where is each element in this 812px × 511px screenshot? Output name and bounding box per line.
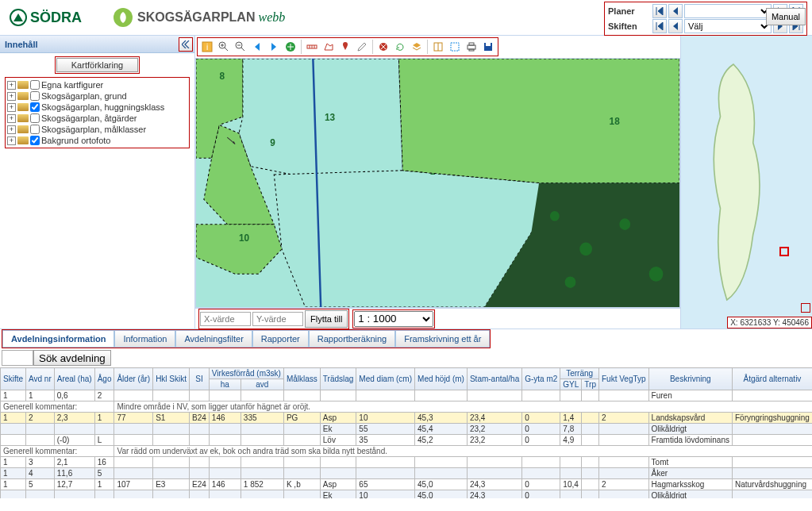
col-virke[interactable]: Virkesförråd (m3sk) — [209, 368, 283, 379]
collapse-left-button[interactable] — [179, 37, 193, 52]
col-skifte[interactable]: Skifte — [1, 368, 26, 390]
planer-first-button[interactable] — [652, 4, 667, 18]
scale-select[interactable]: 1 : 1000 — [354, 311, 433, 327]
ruler-button[interactable] — [304, 39, 320, 55]
skiften-select[interactable]: Välj — [684, 19, 772, 33]
area-button[interactable] — [321, 39, 337, 55]
cell-hkl — [153, 390, 190, 402]
col-stam[interactable]: Stam-antal/ha — [467, 368, 521, 390]
table-row[interactable]: Ek5545,423,207,8Olikåldrigt — [1, 424, 813, 435]
brand-app-text: SKOGSÄGARPLAN — [137, 10, 255, 25]
table-row[interactable]: (-0)LLöv3545,223,204,9Framtida lövdomina… — [1, 435, 813, 446]
search-button[interactable]: Sök avdelning — [33, 350, 111, 366]
full-extent-button[interactable] — [283, 39, 298, 55]
col-gyl[interactable]: GYL — [560, 379, 582, 390]
col-terrang[interactable]: Terräng — [560, 368, 599, 379]
cell-ago — [94, 490, 114, 499]
pencil-button[interactable] — [354, 39, 370, 55]
table-row[interactable]: 1512,71107E3E241461 852K ,bAsp6545,024,3… — [1, 479, 813, 490]
expand-icon[interactable]: + — [7, 81, 16, 90]
zoom-out-button[interactable] — [233, 39, 248, 55]
map-canvas[interactable]: 8 13 9 14 10 18 — [195, 58, 680, 308]
layer-item[interactable]: +Egna kartfigurer — [7, 79, 187, 90]
info-button[interactable]: i — [199, 39, 215, 55]
layer-checkbox[interactable] — [30, 102, 40, 112]
table-row[interactable]: Generell kommentar:Var rädd om underväxt… — [1, 446, 813, 457]
planer-select[interactable] — [684, 4, 772, 18]
table-row[interactable]: Generell kommentar:Mindre område i NV, s… — [1, 402, 813, 413]
tab-5[interactable]: Framskrivning ett år — [395, 330, 490, 348]
col-meddiam[interactable]: Med diam (cm) — [356, 368, 415, 390]
grid-scroll[interactable]: Skifte Avd nr Areal (ha) Ågo Ålder (år) … — [0, 367, 812, 498]
pin-button[interactable] — [337, 39, 353, 55]
x-input[interactable] — [200, 312, 251, 326]
col-gyta[interactable]: G-yta m2 — [522, 368, 560, 390]
parcel-button[interactable] — [430, 39, 446, 55]
col-beskrivning[interactable]: Beskrivning — [648, 368, 732, 390]
tab-2[interactable]: Avdelningsfilter — [175, 330, 252, 348]
skiften-prev-button[interactable] — [668, 19, 683, 33]
layer-item[interactable]: +Skogsägarplan, målklasser — [7, 124, 187, 135]
col-tradslag[interactable]: Trädslag — [320, 368, 356, 390]
layer-checkbox[interactable] — [30, 80, 40, 90]
tab-1[interactable]: Information — [114, 330, 175, 348]
save-button[interactable] — [480, 39, 496, 55]
col-areal[interactable]: Areal (ha) — [54, 368, 94, 390]
overview-map[interactable]: X: 6321633 Y: 450466 — [680, 36, 812, 328]
tab-3[interactable]: Rapporter — [252, 330, 309, 348]
expand-icon[interactable]: + — [7, 136, 16, 145]
table-row[interactable]: 132,116Tomt — [1, 457, 813, 468]
expand-icon[interactable]: + — [7, 103, 16, 112]
layers-button[interactable] — [409, 39, 425, 55]
col-alder[interactable]: Ålder (år) — [114, 368, 153, 390]
forward-button[interactable] — [266, 39, 282, 55]
y-input[interactable] — [252, 312, 303, 326]
tab-0[interactable]: Avdelningsinformation — [2, 330, 114, 348]
layer-item[interactable]: +Skogsägarplan, grund — [7, 90, 187, 102]
col-ago[interactable]: Ågo — [94, 368, 114, 390]
col-trp[interactable]: Trp — [582, 379, 599, 390]
svg-line-3 — [225, 48, 228, 51]
planer-prev-button[interactable] — [668, 4, 683, 18]
col-medhojd[interactable]: Med höjd (m) — [415, 368, 468, 390]
expand-icon[interactable]: + — [7, 125, 16, 134]
cell-atgard — [732, 390, 812, 402]
print-button[interactable] — [464, 39, 479, 55]
col-atgard[interactable]: Åtgärd alternativ — [732, 368, 812, 390]
layer-item[interactable]: +Skogsägarplan, åtgärder — [7, 113, 187, 124]
col-fukt[interactable]: Fukt VegTyp — [599, 368, 649, 390]
col-ha[interactable]: ha — [209, 379, 241, 390]
table-row[interactable]: 110,62Furen — [1, 390, 813, 402]
move-to-button[interactable]: Flytta till — [305, 310, 348, 328]
cell-alder — [114, 468, 153, 479]
table-row[interactable]: Ek1045,024,30Olikåldrigt — [1, 490, 813, 499]
layer-item[interactable]: +Skogsägarplan, huggningsklass — [7, 102, 187, 113]
expand-icon[interactable]: + — [7, 92, 16, 101]
overview-resize-handle[interactable] — [801, 303, 810, 313]
col-si[interactable]: SI — [190, 368, 210, 390]
manual-button[interactable]: Manual — [766, 8, 806, 25]
legend-button[interactable]: Kartförklaring — [56, 58, 138, 72]
table-row[interactable]: 122,3177S1B24146335PGAsp1045,323,401,42L… — [1, 413, 813, 424]
layer-checkbox[interactable] — [30, 136, 40, 145]
refresh-button[interactable] — [392, 39, 408, 55]
col-avdnr[interactable]: Avd nr — [26, 368, 55, 390]
expand-icon[interactable]: + — [7, 114, 16, 123]
col-avd[interactable]: avd — [241, 379, 283, 390]
back-button[interactable] — [249, 39, 265, 55]
layer-item[interactable]: +Bakgrund ortofoto — [7, 135, 187, 146]
cell-hkl — [153, 490, 190, 499]
select-button[interactable] — [447, 39, 463, 55]
search-input[interactable] — [2, 350, 33, 366]
delete-button[interactable] — [375, 39, 391, 55]
tab-4[interactable]: Rapportberäkning — [309, 330, 395, 348]
col-hkl[interactable]: Hkl Skikt — [153, 368, 190, 390]
table-row[interactable]: 1411,65Åker — [1, 468, 813, 479]
horizontal-scrollbar[interactable] — [0, 498, 812, 511]
layer-checkbox[interactable] — [30, 125, 40, 134]
skiften-first-button[interactable] — [652, 19, 667, 33]
zoom-in-button[interactable] — [216, 39, 232, 55]
layer-checkbox[interactable] — [30, 113, 40, 123]
layer-checkbox[interactable] — [30, 91, 40, 101]
col-malklass[interactable]: Målklass — [283, 368, 320, 390]
